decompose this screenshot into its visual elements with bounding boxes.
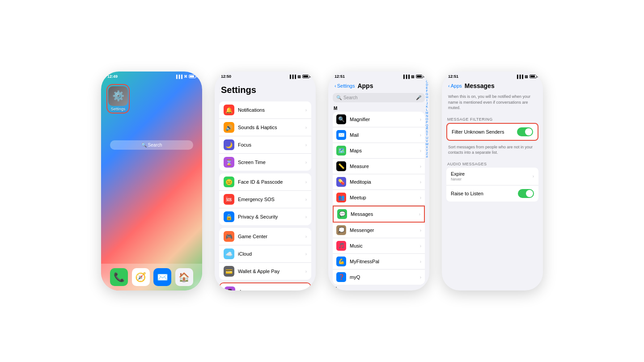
phone4-messages: 12:51 ▐▐▐ ▨ ‹ Apps Messages When this is… — [442, 72, 543, 290]
filter-sort-desc: Sort messages from people who are not in… — [446, 143, 538, 158]
battery-fill — [190, 76, 194, 77]
apps-chevron: › — [305, 290, 306, 291]
focus-icon: 🌙 — [224, 139, 234, 150]
dock-safari-icon[interactable]: 🧭 — [132, 268, 150, 286]
home-search-bar[interactable]: 🔍 Search — [110, 140, 193, 150]
settings-row-wallet[interactable]: 💳 Wallet & Apple Pay › — [219, 263, 311, 280]
phone4-statusbar: 12:51 ▐▐▐ ▨ — [442, 72, 543, 80]
meditopia-icon: 💊 — [336, 177, 346, 187]
filter-toggle[interactable] — [517, 127, 533, 136]
messenger-chevron: › — [420, 228, 421, 233]
magnifier-chevron: › — [420, 117, 421, 122]
notifications-icon: 🔔 — [224, 105, 234, 115]
meetup-icon: 👥 — [336, 193, 346, 202]
settings-row-focus[interactable]: 🌙 Focus › — [219, 136, 311, 154]
apps-m-section: 🔍 Magnifier › ✉️ Mail › 🗺️ Maps › 📏 Meas… — [333, 112, 425, 285]
notifications-chevron: › — [305, 108, 307, 113]
app-row-maps[interactable]: 🗺️ Maps › — [333, 143, 425, 159]
filter-unknown-senders-row[interactable]: Filter Unknown Senders — [446, 123, 538, 141]
app-row-measure[interactable]: 📏 Measure › — [333, 159, 425, 174]
app-row-messages[interactable]: 💬 Messages › — [333, 206, 425, 223]
wifi-icon: ⌘ — [184, 75, 187, 79]
app-row-mail[interactable]: ✉️ Mail › — [333, 127, 425, 143]
icloud-label: iCloud — [238, 251, 302, 257]
dock-home-icon[interactable]: 🏠 — [175, 268, 193, 286]
faceid-icon: 😐 — [224, 177, 234, 187]
faceid-chevron: › — [305, 180, 307, 185]
app-row-meditopia[interactable]: 💊 Meditopia › — [333, 174, 425, 190]
focus-label: Focus — [238, 142, 302, 147]
app-row-meetup[interactable]: 👥 Meetup › — [333, 190, 425, 206]
maps-label: Maps — [350, 148, 416, 153]
signal-icon4: ▐▐▐ — [516, 75, 523, 79]
myq-icon: ❓ — [336, 272, 346, 282]
settings-row-sounds[interactable]: 🔊 Sounds & Haptics › — [219, 119, 311, 136]
settings-section-apps: 📱 Apps › — [219, 282, 311, 290]
settings-row-faceid[interactable]: 😐 Face ID & Passcode › — [219, 173, 311, 191]
apps-search-bar[interactable]: 🔍 Search 🎤 — [333, 93, 425, 102]
myfitnesspal-label: MyFitnessPal — [350, 259, 416, 264]
apps-back-btn[interactable]: ‹ Settings — [335, 83, 355, 88]
section-n-label: N — [333, 285, 425, 290]
settings-row-privacy[interactable]: 🔒 Privacy & Security › — [219, 208, 311, 225]
settings-app-wrapper[interactable]: ⚙️ Settings — [106, 84, 130, 114]
myq-label: myQ — [350, 274, 416, 280]
settings-title: Settings — [221, 83, 309, 97]
maps-chevron: › — [420, 148, 421, 153]
myfitnesspal-icon: 💪 — [336, 257, 346, 266]
myq-chevron: › — [420, 275, 421, 280]
alphabet-index: A B C D E F G H I J K L M N O P Q R S T … — [425, 74, 428, 212]
apps-header: ‹ Settings Apps — [328, 80, 429, 91]
wifi-icon4: ▨ — [525, 75, 528, 79]
dock-phone-icon[interactable]: 📞 — [110, 268, 128, 286]
app-row-myq[interactable]: ❓ myQ › — [333, 269, 425, 285]
magnifier-label: Magnifier — [350, 117, 416, 122]
msgs-back-chevron: ‹ — [448, 83, 450, 88]
settings-row-notifications[interactable]: 🔔 Notifications › — [219, 101, 311, 119]
phone2-statusbar: 12:50 ▐▐▐ ▨ — [215, 72, 316, 80]
emergency-chevron: › — [305, 197, 307, 202]
battery-fill4 — [530, 76, 535, 77]
apps-icon: 📱 — [225, 286, 235, 290]
battery-icon4 — [530, 75, 537, 78]
raise-toggle[interactable] — [518, 189, 534, 198]
settings-row-gamecenter[interactable]: 🎮 Game Center › — [219, 228, 311, 245]
settings-row-screentime[interactable]: ⌛ Screen Time › — [219, 154, 311, 171]
emergency-icon: 🆘 — [224, 194, 234, 205]
msgs-back-btn[interactable]: ‹ Apps — [448, 83, 462, 88]
messages-icon: 💬 — [337, 209, 347, 219]
app-row-music[interactable]: 🎵 Music › — [333, 238, 425, 254]
dock: 📞 🧭 ✉️ 🏠 — [101, 264, 202, 290]
section-filtering-header: MESSAGE FILTERING — [446, 114, 538, 123]
phone2-settings: 12:50 ▐▐▐ ▨ Settings 🔔 Notifications › — [215, 72, 316, 290]
faceid-label: Face ID & Passcode — [238, 179, 302, 185]
screentime-label: Screen Time — [238, 160, 302, 165]
settings-row-emergency[interactable]: 🆘 Emergency SOS › — [219, 191, 311, 208]
messages-label: Messages — [351, 211, 415, 217]
raise-label: Raise to Listen — [451, 191, 518, 196]
apps-label: Apps — [239, 289, 301, 290]
phone3-apps: 12:51 ▐▐▐ ▨ ‹ Settings Apps 🔍 Search 🎤 M — [328, 72, 429, 290]
icloud-icon: ☁️ — [224, 248, 234, 259]
app-row-myfitnesspal[interactable]: 💪 MyFitnessPal › — [333, 254, 425, 269]
battery-fill2 — [303, 76, 308, 77]
meetup-chevron: › — [420, 195, 421, 200]
battery-fill3 — [417, 76, 422, 77]
magnifier-icon: 🔍 — [336, 114, 346, 124]
home-search-label: 🔍 Search — [141, 143, 162, 147]
expire-row[interactable]: Expire Never › — [446, 168, 538, 185]
mail-icon: ✉️ — [336, 130, 346, 140]
app-row-magnifier[interactable]: 🔍 Magnifier › — [333, 112, 425, 127]
dock-mail-icon[interactable]: ✉️ — [153, 268, 171, 286]
settings-row-apps[interactable]: 📱 Apps › — [220, 283, 310, 290]
music-icon: 🎵 — [336, 241, 346, 251]
settings-row-icloud[interactable]: ☁️ iCloud › — [219, 245, 311, 263]
screentime-icon: ⌛ — [224, 157, 234, 168]
battery-icon3 — [416, 75, 423, 78]
mail-label: Mail — [350, 132, 416, 138]
app-row-messenger[interactable]: 💭 Messenger › — [333, 223, 425, 238]
settings-app-icon[interactable]: ⚙️ — [108, 86, 128, 106]
msgs-header: ‹ Apps Messages — [442, 80, 543, 91]
expire-chevron: › — [533, 174, 534, 179]
raise-to-listen-row[interactable]: Raise to Listen — [446, 185, 538, 202]
